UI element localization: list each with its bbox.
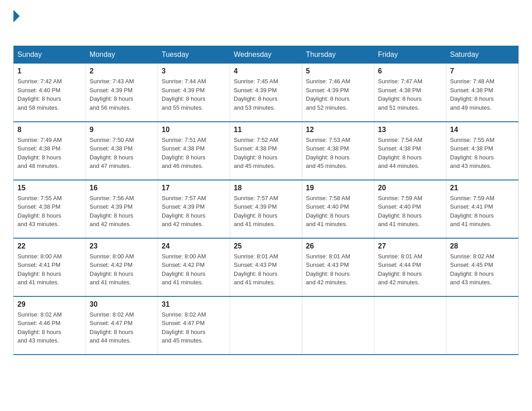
calendar-cell: 21 Sunrise: 7:59 AM Sunset: 4:41 PM Dayl…	[446, 180, 519, 238]
day-number: 22	[17, 242, 82, 250]
day-info: Sunrise: 7:48 AM Sunset: 4:38 PM Dayligh…	[450, 77, 515, 112]
day-info: Sunrise: 7:59 AM Sunset: 4:41 PM Dayligh…	[450, 194, 515, 229]
day-info: Sunrise: 7:45 AM Sunset: 4:39 PM Dayligh…	[234, 77, 298, 112]
calendar-week-row: 29 Sunrise: 8:02 AM Sunset: 4:46 PM Dayl…	[14, 296, 519, 355]
day-info: Sunrise: 7:53 AM Sunset: 4:38 PM Dayligh…	[306, 136, 370, 171]
calendar-week-row: 22 Sunrise: 8:00 AM Sunset: 4:41 PM Dayl…	[14, 238, 519, 296]
calendar-cell: 26 Sunrise: 8:01 AM Sunset: 4:43 PM Dayl…	[302, 238, 374, 296]
day-info: Sunrise: 8:00 AM Sunset: 4:41 PM Dayligh…	[17, 252, 82, 287]
day-number: 27	[378, 242, 442, 250]
day-number: 24	[162, 242, 226, 250]
day-number: 8	[17, 126, 82, 134]
day-info: Sunrise: 8:01 AM Sunset: 4:44 PM Dayligh…	[378, 252, 442, 287]
calendar-cell: 25 Sunrise: 8:01 AM Sunset: 4:43 PM Dayl…	[230, 238, 302, 296]
calendar-week-row: 8 Sunrise: 7:49 AM Sunset: 4:38 PM Dayli…	[14, 122, 519, 180]
day-info: Sunrise: 7:57 AM Sunset: 4:39 PM Dayligh…	[234, 194, 298, 229]
calendar-cell: 8 Sunrise: 7:49 AM Sunset: 4:38 PM Dayli…	[14, 122, 86, 180]
calendar-cell: 4 Sunrise: 7:45 AM Sunset: 4:39 PM Dayli…	[230, 64, 302, 122]
day-info: Sunrise: 7:46 AM Sunset: 4:39 PM Dayligh…	[306, 77, 370, 112]
day-info: Sunrise: 7:56 AM Sunset: 4:39 PM Dayligh…	[90, 194, 154, 229]
day-number: 13	[378, 126, 442, 134]
day-number: 1	[17, 67, 82, 75]
day-number: 9	[90, 126, 154, 134]
day-info: Sunrise: 7:52 AM Sunset: 4:38 PM Dayligh…	[234, 136, 298, 171]
calendar-cell	[230, 296, 302, 355]
weekday-header-saturday: Saturday	[446, 46, 519, 64]
day-number: 18	[234, 184, 298, 192]
calendar-cell: 9 Sunrise: 7:50 AM Sunset: 4:38 PM Dayli…	[86, 122, 158, 180]
day-number: 30	[90, 300, 154, 308]
day-number: 12	[306, 126, 370, 134]
weekday-header-tuesday: Tuesday	[158, 46, 230, 64]
calendar-cell	[374, 296, 446, 355]
calendar-cell: 24 Sunrise: 8:00 AM Sunset: 4:42 PM Dayl…	[158, 238, 230, 296]
day-number: 26	[306, 242, 370, 250]
calendar-cell: 22 Sunrise: 8:00 AM Sunset: 4:41 PM Dayl…	[14, 238, 86, 296]
calendar-cell: 15 Sunrise: 7:55 AM Sunset: 4:38 PM Dayl…	[14, 180, 86, 238]
calendar-cell: 13 Sunrise: 7:54 AM Sunset: 4:38 PM Dayl…	[374, 122, 446, 180]
day-number: 17	[162, 184, 226, 192]
day-number: 11	[234, 126, 298, 134]
day-info: Sunrise: 7:44 AM Sunset: 4:39 PM Dayligh…	[162, 77, 226, 112]
day-number: 25	[234, 242, 298, 250]
calendar-cell: 28 Sunrise: 8:02 AM Sunset: 4:45 PM Dayl…	[446, 238, 519, 296]
weekday-header-thursday: Thursday	[302, 46, 374, 64]
day-number: 2	[90, 67, 154, 75]
calendar-week-row: 1 Sunrise: 7:42 AM Sunset: 4:40 PM Dayli…	[14, 64, 519, 122]
day-info: Sunrise: 8:01 AM Sunset: 4:43 PM Dayligh…	[234, 252, 298, 287]
calendar-cell	[446, 296, 519, 355]
day-info: Sunrise: 7:43 AM Sunset: 4:39 PM Dayligh…	[90, 77, 154, 112]
day-number: 21	[450, 184, 515, 192]
logo-arrow-icon	[13, 10, 20, 22]
calendar-cell: 16 Sunrise: 7:56 AM Sunset: 4:39 PM Dayl…	[86, 180, 158, 238]
weekday-header-sunday: Sunday	[14, 46, 86, 64]
weekday-header-row: SundayMondayTuesdayWednesdayThursdayFrid…	[14, 46, 519, 64]
weekday-header-wednesday: Wednesday	[230, 46, 302, 64]
day-number: 5	[306, 67, 370, 75]
day-number: 6	[378, 67, 442, 75]
calendar-cell: 5 Sunrise: 7:46 AM Sunset: 4:39 PM Dayli…	[302, 64, 374, 122]
calendar-week-row: 15 Sunrise: 7:55 AM Sunset: 4:38 PM Dayl…	[14, 180, 519, 238]
calendar-cell: 18 Sunrise: 7:57 AM Sunset: 4:39 PM Dayl…	[230, 180, 302, 238]
day-info: Sunrise: 8:02 AM Sunset: 4:47 PM Dayligh…	[90, 310, 154, 345]
day-number: 19	[306, 184, 370, 192]
day-number: 14	[450, 126, 515, 134]
calendar-cell: 2 Sunrise: 7:43 AM Sunset: 4:39 PM Dayli…	[86, 64, 158, 122]
calendar-cell: 29 Sunrise: 8:02 AM Sunset: 4:46 PM Dayl…	[14, 296, 86, 355]
calendar-cell: 1 Sunrise: 7:42 AM Sunset: 4:40 PM Dayli…	[14, 64, 86, 122]
day-number: 31	[162, 300, 226, 308]
calendar-cell: 31 Sunrise: 8:02 AM Sunset: 4:47 PM Dayl…	[158, 296, 230, 355]
day-info: Sunrise: 7:49 AM Sunset: 4:38 PM Dayligh…	[17, 136, 82, 171]
day-info: Sunrise: 7:57 AM Sunset: 4:39 PM Dayligh…	[162, 194, 226, 229]
calendar-cell: 14 Sunrise: 7:55 AM Sunset: 4:38 PM Dayl…	[446, 122, 519, 180]
day-number: 10	[162, 126, 226, 134]
calendar-cell: 12 Sunrise: 7:53 AM Sunset: 4:38 PM Dayl…	[302, 122, 374, 180]
day-number: 23	[90, 242, 154, 250]
day-info: Sunrise: 7:58 AM Sunset: 4:40 PM Dayligh…	[306, 194, 370, 229]
calendar-cell: 17 Sunrise: 7:57 AM Sunset: 4:39 PM Dayl…	[158, 180, 230, 238]
day-info: Sunrise: 7:51 AM Sunset: 4:38 PM Dayligh…	[162, 136, 226, 171]
calendar-cell: 10 Sunrise: 7:51 AM Sunset: 4:38 PM Dayl…	[158, 122, 230, 180]
day-number: 29	[17, 300, 82, 308]
day-info: Sunrise: 7:54 AM Sunset: 4:38 PM Dayligh…	[378, 136, 442, 171]
day-info: Sunrise: 7:47 AM Sunset: 4:38 PM Dayligh…	[378, 77, 442, 112]
day-info: Sunrise: 8:00 AM Sunset: 4:42 PM Dayligh…	[90, 252, 154, 287]
calendar-cell: 3 Sunrise: 7:44 AM Sunset: 4:39 PM Dayli…	[158, 64, 230, 122]
weekday-header-friday: Friday	[374, 46, 446, 64]
weekday-header-monday: Monday	[86, 46, 158, 64]
day-info: Sunrise: 7:50 AM Sunset: 4:38 PM Dayligh…	[90, 136, 154, 171]
day-info: Sunrise: 8:02 AM Sunset: 4:46 PM Dayligh…	[17, 310, 82, 345]
day-info: Sunrise: 7:59 AM Sunset: 4:40 PM Dayligh…	[378, 194, 442, 229]
day-info: Sunrise: 7:55 AM Sunset: 4:38 PM Dayligh…	[450, 136, 515, 171]
day-number: 4	[234, 67, 298, 75]
day-number: 7	[450, 67, 515, 75]
calendar-cell: 20 Sunrise: 7:59 AM Sunset: 4:40 PM Dayl…	[374, 180, 446, 238]
day-info: Sunrise: 8:01 AM Sunset: 4:43 PM Dayligh…	[306, 252, 370, 287]
logo	[13, 9, 20, 37]
calendar-table: SundayMondayTuesdayWednesdayThursdayFrid…	[13, 46, 519, 355]
day-number: 3	[162, 67, 226, 75]
page-header	[13, 9, 519, 37]
day-number: 28	[450, 242, 515, 250]
day-info: Sunrise: 8:02 AM Sunset: 4:45 PM Dayligh…	[450, 252, 515, 287]
calendar-cell: 23 Sunrise: 8:00 AM Sunset: 4:42 PM Dayl…	[86, 238, 158, 296]
